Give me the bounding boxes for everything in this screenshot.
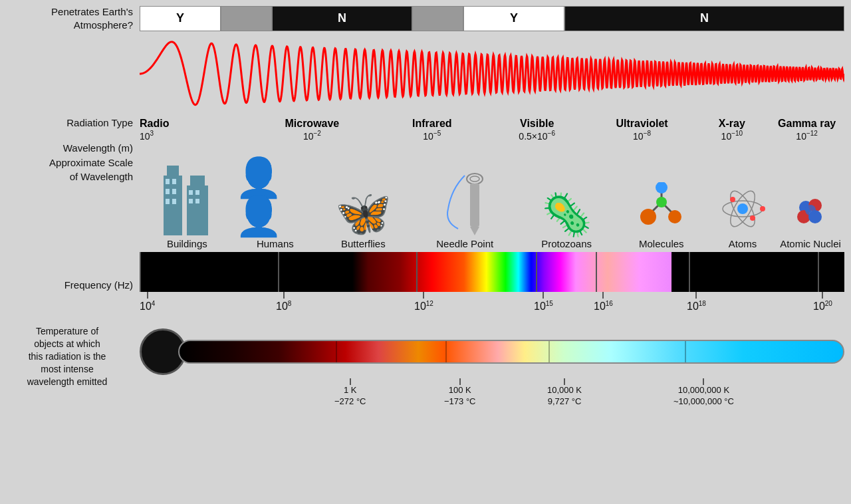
svg-point-30: [730, 197, 735, 202]
temp-labels: 1 K−272 °C 100 K−173 °C 10,000 K9,727 °C…: [178, 378, 851, 412]
temperature-content: 1 K−272 °C 100 K−173 °C 10,000 K9,727 °C…: [140, 325, 851, 412]
humans-label: Humans: [257, 238, 294, 249]
svg-rect-12: [189, 199, 193, 203]
temp-tick-100k: 100 K−173 °C: [444, 378, 475, 408]
nuclei-label: Atomic Nuclei: [780, 238, 841, 249]
rad-radio: Radio 103: [140, 118, 245, 142]
rad-xray-wave: 10−10: [721, 130, 743, 142]
svg-rect-11: [195, 190, 199, 195]
thermometer-row: [140, 325, 844, 378]
freq-tick-4: 104: [140, 292, 155, 313]
temp-line-1k: [350, 378, 351, 385]
radiation-types: Radio 103 Microwave 10−2 Infrared 10−5 V…: [140, 115, 844, 142]
atmosphere-content: Y N Y N: [140, 6, 851, 31]
temperature-label: Temperature ofobjects at whichthis radia…: [0, 325, 140, 388]
temp-label-1k: 1 K−272 °C: [334, 385, 366, 408]
svg-point-14: [467, 174, 483, 184]
rad-visible-wave: 0.5×10−6: [519, 130, 555, 142]
scale-butterflies: 🦋 Butterflies: [316, 156, 411, 249]
freq-label-18: 1018: [687, 300, 706, 313]
scale-images: Buildings 👤👤 Humans 🦋 Butterflies: [140, 156, 844, 249]
temp-bar-container: 1 K−272 °C 100 K−173 °C 10,000 K9,727 °C…: [140, 325, 844, 412]
buildings-icon: [160, 156, 213, 235]
svg-rect-9: [172, 199, 176, 204]
atm-seg-gray2: [412, 6, 463, 31]
scale-atoms: Atoms: [709, 156, 777, 249]
svg-point-29: [760, 206, 765, 211]
svg-rect-8: [166, 199, 170, 204]
temp-label-100k: 100 K−173 °C: [444, 385, 475, 408]
svg-point-21: [640, 209, 656, 225]
radiation-content: Radio 103 Microwave 10−2 Infrared 10−5 V…: [140, 115, 851, 142]
svg-rect-10: [189, 190, 193, 195]
rad-uv-name: Ultraviolet: [616, 118, 668, 130]
freq-ticks: 104 108 1012 1015: [140, 292, 844, 318]
frequency-label: Frequency (Hz): [0, 279, 140, 292]
rad-infrared: Infrared 10−5: [380, 118, 485, 142]
svg-rect-7: [172, 189, 176, 194]
atoms-icon: [719, 156, 766, 235]
butterflies-label: Butterflies: [341, 238, 386, 249]
temp-tick-1k: 1 K−272 °C: [334, 378, 366, 408]
freq-label-16: 1016: [594, 300, 613, 313]
scale-row: Approximate Scaleof Wavelength: [0, 156, 851, 249]
rad-gamma-name: Gamma ray: [778, 118, 836, 130]
buildings-label: Buildings: [167, 238, 207, 249]
protozoans-icon: 🦠: [541, 156, 592, 235]
rad-xray-name: X-ray: [719, 118, 745, 130]
nuclei-icon: [787, 156, 834, 235]
svg-point-22: [668, 210, 681, 223]
svg-point-25: [737, 203, 748, 214]
svg-rect-16: [470, 184, 479, 227]
freq-bar-container: 104 108 1012 1015: [140, 252, 844, 318]
radiation-row: Radiation Type Wavelength (m) Radio 103 …: [0, 115, 851, 154]
rad-radio-wave: 103: [140, 130, 154, 142]
rad-uv-wave: 10−8: [633, 130, 651, 142]
rad-infrared-name: Infrared: [412, 118, 452, 130]
svg-point-24: [656, 197, 667, 207]
freq-tick-16: 1016: [594, 292, 613, 313]
frequency-row: Frequency (Hz): [0, 252, 851, 318]
svg-rect-3: [190, 176, 205, 186]
scale-content: Buildings 👤👤 Humans 🦋 Butterflies: [140, 156, 851, 249]
rad-visible-name: Visible: [520, 118, 554, 130]
molecules-icon: [635, 156, 688, 235]
rad-microwave-wave: 10−2: [303, 130, 321, 142]
rad-microwave-name: Microwave: [285, 118, 339, 130]
scale-protozoans: 🦠 Protozoans: [519, 156, 614, 249]
frequency-content: 104 108 1012 1015: [140, 252, 851, 318]
atm-seg-N2: N: [564, 6, 844, 31]
freq-label-8: 108: [276, 300, 291, 313]
scale-buildings: Buildings: [140, 156, 235, 249]
svg-rect-5: [172, 179, 176, 184]
atm-seg-Y2: Y: [463, 6, 564, 31]
freq-tick-8: 108: [276, 292, 291, 313]
atmosphere-bar: Y N Y N: [140, 6, 844, 31]
freq-tick-20: 1020: [813, 292, 832, 313]
freq-tick-12: 1012: [414, 292, 433, 313]
temp-line-10mk: [703, 378, 704, 385]
freq-label-20: 1020: [813, 300, 832, 313]
wave-svg: [140, 34, 844, 114]
atmosphere-label: Penetrates Earth'sAtmosphere?: [0, 5, 140, 31]
rad-gamma-wave: 10−12: [796, 130, 818, 142]
freq-tick-15: 1015: [534, 292, 553, 313]
svg-point-36: [805, 205, 816, 215]
temp-tick-10m-k: 10,000,000 K~10,000,000 °C: [673, 378, 734, 408]
freq-tick-18: 1018: [687, 292, 706, 313]
scale-humans: 👤👤 Humans: [235, 156, 316, 249]
temp-line-100k: [459, 378, 461, 385]
molecules-label: Molecules: [639, 238, 684, 249]
temp-line-10000k: [564, 378, 565, 385]
scale-molecules: Molecules: [614, 156, 709, 249]
rad-uv: Ultraviolet 10−8: [590, 118, 695, 142]
freq-label-15: 1015: [534, 300, 553, 313]
rad-radio-name: Radio: [140, 118, 169, 130]
atm-seg-Y1: Y: [140, 6, 221, 31]
temp-tick-10000k: 10,000 K9,727 °C: [547, 378, 582, 408]
radiation-label: Radiation Type Wavelength (m): [0, 115, 140, 154]
main-container: Penetrates Earth'sAtmosphere? Y N Y N Ra…: [0, 0, 851, 504]
wave-row: [0, 34, 851, 114]
wavelength-label: Wavelength (m): [0, 142, 133, 155]
temp-label-10000k: 10,000 K9,727 °C: [547, 385, 582, 408]
